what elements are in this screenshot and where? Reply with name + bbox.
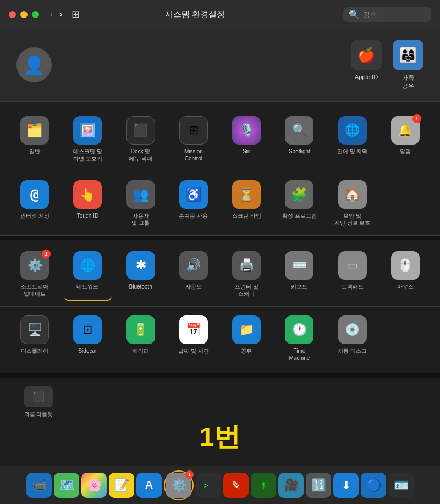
dock-finder2-icon: 🔵 [361,473,386,498]
battery-label: 배터리 [133,347,149,355]
settings-item-general[interactable]: 🗂️ 일반 [11,113,58,165]
settings-item-sharing[interactable]: 📁 공유 [223,312,270,365]
extensions-label: 확장 프로그램 [282,212,317,219]
settings-item-spotlight[interactable]: 🔍 Spotlight [276,113,323,165]
startup-icon: 💿 [338,315,367,344]
dock-syspref-badge: 1 [185,470,194,479]
sharing-icon: 📁 [232,315,261,344]
apple-id-item[interactable]: 🍎 Apple ID [351,40,382,90]
dock-item-bcard[interactable]: 🪪 [388,473,414,498]
dock-item-syspref[interactable]: ⚙️ 1 [164,470,194,500]
settings-item-display[interactable]: 🖥️ 디스플레이 [11,312,58,365]
wacom-label: 와콤 타블렛 [24,411,53,418]
dock-appstore-icon: A [136,473,162,498]
internet-icon: @ [20,180,49,209]
settings-item-screentime[interactable]: ⏳ 스크린 타임 [223,177,270,230]
extensions-icon: 🧩 [285,180,314,209]
general-label: 일반 [29,148,40,155]
settings-item-desktop[interactable]: 🖼️ 데스크탑 및화면 보호기 [64,113,111,165]
dock-iterm-icon: $ [251,473,276,498]
settings-item-sidecar[interactable]: ⊡ Sidecar [64,312,111,365]
settings-item-datetime[interactable]: 📅 날짜 및 시간 [170,312,217,365]
dock-item-camo[interactable]: 🎥 [278,473,304,498]
close-button[interactable] [9,11,16,18]
section-4: 🖥️ 디스플레이 ⊡ Sidecar 🔋 배터리 📅 [0,307,440,373]
search-input[interactable] [363,10,429,19]
network-label: 네트워크 [76,283,98,290]
dock-item-iterm[interactable]: $ [251,473,276,498]
settings-item-accessibility[interactable]: ♿ 손쉬운 사용 [170,177,217,230]
search-bar[interactable]: 🔍 [343,7,431,22]
timemachine-icon: 🕐 [285,315,314,344]
dock-terminal-icon: >_ [196,473,221,498]
screentime-label: 스크린 타임 [232,212,261,219]
profile-left: 👤 [16,47,52,82]
settings-item-keyboard[interactable]: ⌨️ 키보드 [276,248,323,301]
family-share-item[interactable]: 👨‍👩‍👧 가족 공유 [393,40,424,90]
settings-item-sound[interactable]: 🔊 사운드 [170,248,217,301]
wacom-item[interactable]: ⬛ 와콤 타블렛 [16,386,61,418]
dock-icon-item: ⬛ [127,116,155,145]
settings-item-printer[interactable]: 🖨️ 프린터 및스캐너 [223,248,270,301]
section-2: @ 인터넷 계정 👆 Touch ID 👥 사용자및 그룹 ♿ [0,171,440,236]
settings-item-battery[interactable]: 🔋 배터리 [117,312,164,365]
settings-item-mouse[interactable]: 🖱️ 마우스 [382,248,429,301]
settings-item-security[interactable]: 🏠 보안 및개인 정보 보호 [329,177,376,230]
dock-item-script[interactable]: ✎ [223,473,249,498]
network-icon: 🌐 [73,251,102,280]
mission-label: MissionControl [184,148,203,162]
settings-item-internet[interactable]: @ 인터넷 계정 [11,177,58,230]
fullscreen-button[interactable] [32,11,39,18]
section-divider-2 [0,373,440,378]
dock-item-appstore[interactable]: A [136,473,162,498]
settings-item-mission[interactable]: ⊞ MissionControl [170,113,217,165]
settings-item-startup[interactable]: 💿 시동 디스크 [329,312,376,365]
settings-item-notifications[interactable]: 🔔 ! 알림 [382,113,429,165]
keyboard-icon: ⌨️ [285,251,314,280]
accessibility-icon: ♿ [179,180,208,209]
section-4-grid: 🖥️ 디스플레이 ⊡ Sidecar 🔋 배터리 📅 [11,312,429,365]
dock-script-icon: ✎ [223,473,249,498]
dock-calc-icon: 🔢 [306,473,331,498]
minimize-button[interactable] [20,11,28,18]
dock-notes-icon: 📝 [109,473,134,498]
security-label: 보안 및개인 정보 보호 [334,212,371,226]
section-1: 🗂️ 일반 🖼️ 데스크탑 및화면 보호기 ⬛ Dock 및메뉴 막대 ⊞ [0,102,440,171]
dock-item-terminal[interactable]: >_ [196,473,221,498]
settings-item-softwareupdate[interactable]: ⚙️ 1 소프트웨어업데이트 [11,248,58,301]
dock-item-notes[interactable]: 📝 [109,473,134,498]
section-3: ⚙️ 1 소프트웨어업데이트 🌐 네트워크 ✱ Bluetooth 🔊 [0,240,440,307]
spotlight-icon: 🔍 [285,116,314,145]
settings-item-dock[interactable]: ⬛ Dock 및메뉴 막대 [117,113,164,165]
mouse-label: 마우스 [397,283,414,290]
dock-item-maps[interactable]: 🗺️ [54,473,79,498]
dock-item-download[interactable]: ⬇ [333,473,359,498]
sidecar-icon: ⊡ [73,315,102,344]
datetime-icon: 📅 [179,315,208,344]
sound-icon: 🔊 [179,251,208,280]
settings-item-extensions[interactable]: 🧩 확장 프로그램 [276,177,323,230]
accessibility-label: 손쉬운 사용 [179,212,208,219]
dock-item-zoom[interactable]: 📹 [26,473,52,498]
dock-item-calc[interactable]: 🔢 [306,473,331,498]
mission-icon: ⊞ [179,116,208,145]
dock-item-photos[interactable]: 🌸 [81,473,107,498]
avatar[interactable]: 👤 [16,47,52,82]
users-label: 사용자및 그룹 [131,212,150,226]
settings-item-language[interactable]: 🌐 언어 및 지역 [329,113,376,165]
main-content: 👤 🍎 Apple ID 👨‍👩‍👧 가족 공유 🗂️ [0,29,440,466]
dock-item-finder2[interactable]: 🔵 [361,473,386,498]
settings-item-siri[interactable]: 🎙️ Siri [223,113,270,165]
sound-label: 사운드 [185,283,202,290]
settings-item-users[interactable]: 👥 사용자및 그룹 [117,177,164,230]
settings-item-network[interactable]: 🌐 네트워크 [64,248,111,301]
general-icon: 🗂️ [20,116,49,145]
section-2-grid: @ 인터넷 계정 👆 Touch ID 👥 사용자및 그룹 ♿ [11,177,429,230]
sharing-label: 공유 [241,347,252,355]
keyboard-label: 키보드 [291,283,307,290]
settings-item-touchid[interactable]: 👆 Touch ID [64,177,111,230]
section-divider-1 [0,236,440,240]
settings-item-trackpad[interactable]: ▭ 트랙패드 [329,248,376,301]
settings-item-bluetooth[interactable]: ✱ Bluetooth [117,248,164,301]
settings-item-timemachine[interactable]: 🕐 TimeMachine [276,312,323,365]
